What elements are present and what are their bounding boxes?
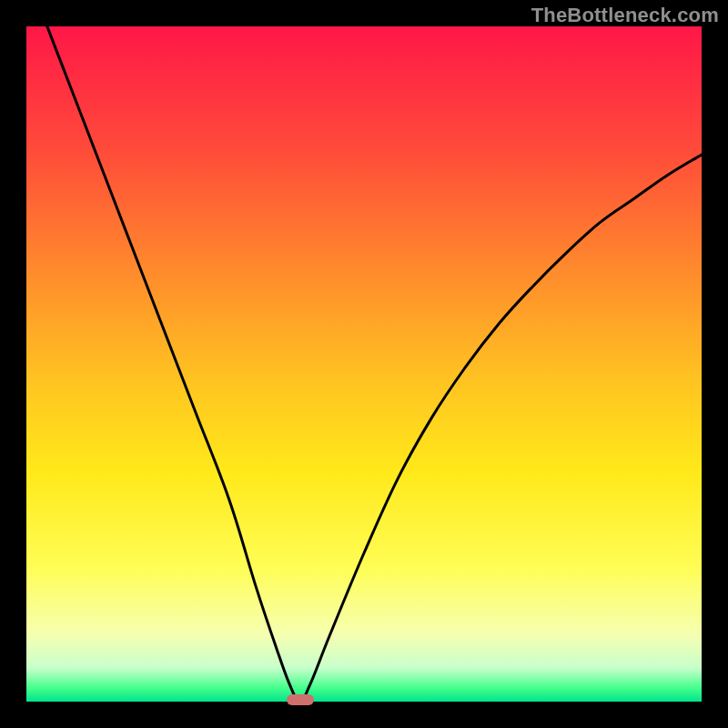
watermark-text: TheBottleneck.com (531, 4, 719, 27)
bottleneck-curve (26, 26, 702, 702)
plot-area (26, 26, 702, 702)
chart-frame: TheBottleneck.com (0, 0, 728, 728)
valley-marker (287, 694, 314, 705)
